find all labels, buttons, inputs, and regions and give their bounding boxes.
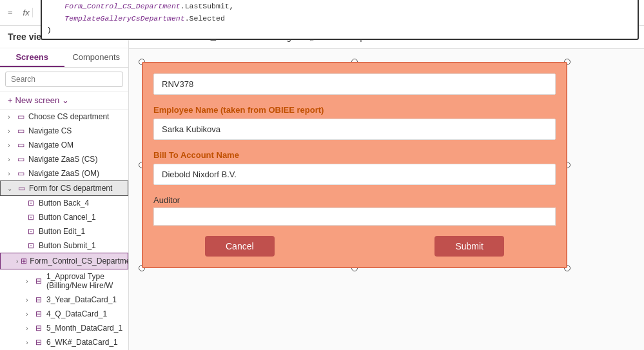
screen-icon: ▭ (15, 112, 26, 121)
sidebar-item-navigate-zaas-om[interactable]: › ▭ Navigate ZaaS (OM) (0, 166, 128, 180)
fx-label: fx (21, 8, 33, 17)
chevron-right-icon: › (23, 325, 31, 332)
screen-icon: ▭ (15, 141, 26, 150)
sidebar-item-button-back[interactable]: ⊡ Button Back_4 (0, 196, 128, 210)
field-icon: ⊟ (34, 295, 44, 304)
sidebar-tabs: Screens Components (0, 48, 128, 68)
sidebar-item-navigate-om[interactable]: › ▭ Navigate OM (0, 138, 128, 152)
sidebar-item-field-3year[interactable]: › ⊟ 3_Year_DataCard_1 (0, 293, 128, 307)
sidebar-item-navigate-cs[interactable]: › ▭ Navigate CS (0, 124, 128, 138)
screen-icon: ▭ (15, 169, 26, 178)
sidebar-search-container (0, 68, 128, 92)
sidebar-item-button-cancel[interactable]: ⊡ Button Cancel_1 (0, 210, 128, 224)
sidebar-item-field-1[interactable]: › ⊟ 1_Approval Type (Billing/New Hire/W (0, 269, 128, 293)
form-icon: ⊞ (21, 257, 27, 266)
chevron-down-icon: ⌄ (62, 95, 69, 105)
chevron-down-icon: ⌄ (6, 185, 14, 192)
new-screen-label: New screen (15, 95, 60, 105)
sidebar-item-label: Button Edit_1 (39, 227, 123, 236)
form-field-auditor: Auditor (153, 195, 556, 226)
field-value-bill-to[interactable]: Diebold Nixdorf B.V. (153, 164, 556, 185)
field-value-rnv[interactable]: RNV378 (153, 73, 556, 95)
cancel-button[interactable]: Cancel (205, 236, 275, 257)
chevron-right-icon: › (5, 113, 13, 121)
chevron-right-icon: › (23, 339, 31, 346)
sidebar-item-label: Navigate CS (28, 126, 123, 135)
search-input[interactable] (5, 72, 123, 87)
sidebar-item-label: Choose CS department (28, 112, 123, 121)
sidebar-item-field-5month[interactable]: › ⊟ 5_Month_DataCard_1 (0, 321, 128, 335)
auditor-label: Auditor (153, 195, 556, 205)
form-buttons: Cancel Submit (153, 236, 556, 257)
sidebar: Tree view × Screens Components + New scr… (0, 26, 129, 350)
sidebar-item-navigate-zaas-cs[interactable]: › ▭ Navigate ZaaS (CS) (0, 152, 128, 166)
chevron-right-icon: › (23, 278, 31, 285)
formula-equals-label: = (5, 8, 15, 17)
sidebar-item-label: 1_Approval Type (Billing/New Hire/W (46, 272, 123, 290)
chevron-right-icon: › (5, 170, 13, 177)
new-screen-button[interactable]: + New screen ⌄ (0, 92, 128, 110)
formula-box[interactable]: If(varEditCS = true, Form_Control_CS_Dep… (41, 0, 639, 40)
button-icon: ⊡ (26, 227, 36, 236)
plus-icon: + (8, 95, 13, 105)
section-label-employee: Employee Name (taken from OBIEE report) (153, 105, 556, 115)
sidebar-item-label: 4_Q_DataCard_1 (46, 309, 123, 318)
field-icon: ⊟ (34, 277, 44, 286)
field-value-employee[interactable]: Sarka Kubikova (153, 119, 556, 140)
field-icon: ⊟ (34, 338, 44, 347)
top-bar: = fx If(varEditCS = true, Form_Control_C… (0, 0, 644, 26)
chevron-right-icon: › (23, 297, 31, 304)
form-preview: RNV378 Employee Name (taken from OBIEE r… (142, 62, 567, 268)
screen-icon: ▭ (15, 126, 26, 135)
chevron-right-icon: › (23, 311, 31, 318)
button-icon: ⊡ (26, 199, 36, 208)
sidebar-item-label: Button Back_4 (39, 199, 123, 208)
form-field-rnv: RNV378 (153, 73, 556, 95)
sidebar-item-label: Button Submit_1 (39, 241, 123, 250)
sidebar-item-label: 6_WK#_DataCard_1 (46, 338, 123, 347)
sidebar-item-form-control[interactable]: › ⊞ Form_Control_CS_Department ··· (0, 253, 128, 269)
sidebar-item-form-cs[interactable]: ⌄ ▭ Form for CS department (0, 180, 128, 196)
screen-icon: ▭ (16, 184, 26, 193)
sidebar-items: › ▭ Choose CS department › ▭ Navigate CS… (0, 110, 128, 350)
sidebar-item-label: Form_Control_CS_Department (30, 257, 128, 266)
button-icon: ⊡ (26, 213, 36, 222)
button-icon: ⊡ (26, 241, 36, 250)
sidebar-item-choose-cs[interactable]: › ▭ Choose CS department (0, 110, 128, 124)
form-section-bill-to: Bill To Account Name Diebold Nixdorf B.V… (153, 150, 556, 185)
app: = fx If(varEditCS = true, Form_Control_C… (0, 0, 644, 350)
sidebar-item-label: Navigate OM (28, 141, 123, 150)
field-icon: ⊟ (34, 324, 44, 333)
field-icon: ⊟ (34, 309, 44, 318)
form-outer: RNV378 Employee Name (taken from OBIEE r… (142, 62, 567, 268)
chevron-right-icon: › (5, 128, 13, 135)
screen-icon: ▭ (15, 155, 26, 164)
sidebar-item-button-edit[interactable]: ⊡ Button Edit_1 (0, 224, 128, 238)
sidebar-item-field-6wk[interactable]: › ⊟ 6_WK#_DataCard_1 (0, 335, 128, 349)
sidebar-item-label: Navigate ZaaS (OM) (28, 169, 123, 178)
chevron-right-icon: › (5, 156, 13, 163)
sidebar-item-label: Form for CS department (29, 184, 122, 193)
section-label-bill-to: Bill To Account Name (153, 150, 556, 160)
sidebar-item-label: Navigate ZaaS (CS) (28, 155, 123, 164)
sidebar-item-field-4q[interactable]: › ⊟ 4_Q_DataCard_1 (0, 307, 128, 321)
sidebar-item-label: Button Cancel_1 (39, 213, 123, 222)
chevron-right-icon: › (5, 142, 13, 149)
auditor-input[interactable] (153, 208, 556, 226)
canvas-area: RNV378 Employee Name (taken from OBIEE r… (129, 49, 644, 350)
sidebar-item-label: 5_Month_DataCard_1 (46, 324, 123, 333)
sidebar-item-label: 3_Year_DataCard_1 (46, 295, 123, 304)
chevron-right-icon: › (16, 258, 18, 265)
tab-screens[interactable]: Screens (0, 48, 64, 67)
form-section-employee: Employee Name (taken from OBIEE report) … (153, 105, 556, 140)
main-area: Tree view × Screens Components + New scr… (0, 26, 644, 350)
sidebar-item-button-submit[interactable]: ⊡ Button Submit_1 (0, 238, 128, 253)
main-content: ≡ Format text ≣ Remove formatting ⌕ Find… (129, 26, 644, 350)
submit-button[interactable]: Submit (434, 236, 504, 257)
tab-components[interactable]: Components (64, 48, 129, 67)
